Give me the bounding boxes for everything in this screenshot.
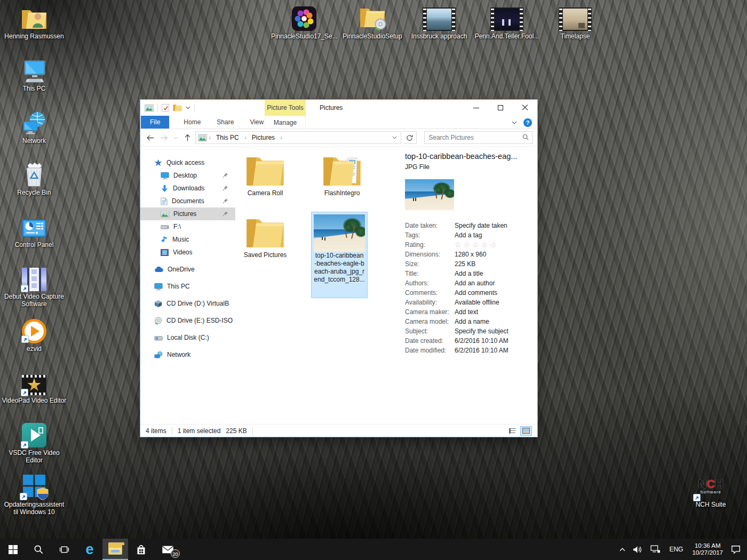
desktop-icon-pinnacle-studio[interactable]: PinnacleStudio17_Se... <box>271 3 337 40</box>
contextual-tab-picture-tools[interactable]: Picture Tools <box>265 100 306 116</box>
details-view-button[interactable] <box>506 426 518 436</box>
nav-item-documents[interactable]: Documents <box>140 195 235 207</box>
tab-home[interactable]: Home <box>176 116 209 129</box>
action-center-icon <box>731 545 741 554</box>
title-bar: Picture Tools Pictures <box>140 100 537 116</box>
refresh-button[interactable] <box>403 131 417 144</box>
shortcut-arrow-icon <box>21 285 28 292</box>
task-view-button[interactable] <box>51 539 77 560</box>
tab-file[interactable]: File <box>141 116 169 129</box>
desktop-icon-debut[interactable]: Debut Video Capture Software <box>1 263 67 308</box>
taskbar: e 20 ENG 10:36 AM 10/27/2017 <box>0 539 747 560</box>
navigation-pane: Quick access Desktop Downloads Documents <box>140 147 235 424</box>
search-box[interactable] <box>424 131 533 144</box>
ribbon-tabs: File Home Share View Manage ? <box>140 116 537 129</box>
desktop-icon-pinnacle-setup[interactable]: PinnacleStudioSetup <box>339 3 406 40</box>
nav-item-videos[interactable]: Videos <box>140 246 235 259</box>
network-tray-button[interactable] <box>647 539 664 560</box>
clock[interactable]: 10:36 AM 10/27/2017 <box>688 542 727 556</box>
nav-item-pictures[interactable]: Pictures <box>140 207 235 220</box>
ethernet-icon <box>650 545 661 554</box>
file-explorer-icon <box>108 544 122 555</box>
desktop-icon-inssbruck-video[interactable]: Inssbruck approach <box>406 3 472 40</box>
nav-item-this-pc[interactable]: This PC <box>140 280 235 293</box>
window-title: Pictures <box>320 100 343 116</box>
start-button[interactable] <box>0 539 26 560</box>
nav-item-local-disk-c[interactable]: Local Disk (C:) <box>140 331 235 344</box>
minimize-button[interactable] <box>464 100 488 116</box>
help-button[interactable]: ? <box>523 118 532 127</box>
nav-item-f-drive[interactable]: F:\ <box>140 220 235 233</box>
tab-manage[interactable]: Manage <box>265 116 306 129</box>
detail-row-size: Size: 225 KB <box>405 259 537 269</box>
taskbar-search-button[interactable] <box>26 539 51 560</box>
nav-item-cd-drive-e[interactable]: CD Drive (E:) ESD-ISO <box>140 314 235 327</box>
desktop-icon-control-panel[interactable]: Control Panel <box>1 212 67 249</box>
shortcut-arrow-icon <box>21 441 28 449</box>
new-folder-button[interactable] <box>173 104 182 111</box>
maximize-button[interactable] <box>488 100 513 116</box>
pin-icon <box>222 172 228 178</box>
show-hidden-icons-button[interactable] <box>616 539 629 560</box>
volume-button[interactable] <box>629 539 647 560</box>
desktop-icon-network[interactable]: Network <box>1 108 67 145</box>
folder-tile-flashintegro[interactable]: FlashIntegro <box>316 153 368 197</box>
list-view-icon <box>509 428 515 434</box>
language-indicator[interactable]: ENG <box>664 546 688 553</box>
taskbar-mail-button[interactable]: 20 <box>154 539 181 560</box>
up-button[interactable] <box>181 132 193 143</box>
search-icon <box>522 134 529 142</box>
forward-button[interactable] <box>158 132 170 143</box>
tab-share[interactable]: Share <box>209 116 242 129</box>
close-button[interactable] <box>513 100 537 116</box>
control-panel-icon <box>1 212 67 239</box>
taskbar-file-explorer-button[interactable] <box>102 539 128 560</box>
properties-button[interactable] <box>162 104 169 111</box>
expand-ribbon-button[interactable] <box>512 121 517 124</box>
desktop-icon-recycle-bin[interactable]: Recycle Bin <box>1 159 67 196</box>
detail-row-subject: Subject: Specify the subject <box>405 326 537 336</box>
videopad-icon <box>1 367 67 395</box>
nav-item-network[interactable]: Network <box>140 348 235 361</box>
shortcut-arrow-icon <box>693 494 701 501</box>
ezvid-icon <box>1 316 67 343</box>
desktop-icon-this-pc[interactable]: This PC <box>1 55 67 92</box>
desktop-icon-penn-teller-video[interactable]: Penn.And.Teller.Fool... <box>474 3 540 40</box>
local-disk-icon <box>154 334 163 341</box>
rating-stars-icon[interactable]: ☆☆☆☆☆ <box>455 241 499 249</box>
folder-tile-camera-roll[interactable]: Camera Roll <box>240 153 291 197</box>
nav-item-onedrive[interactable]: OneDrive <box>140 263 235 276</box>
shortcut-arrow-icon <box>20 493 27 500</box>
address-bar: This PC Pictures <box>140 129 537 147</box>
breadcrumb-this-pc[interactable]: This PC <box>212 132 243 143</box>
detail-row-camera-model: Camera model: Add a name <box>405 317 537 326</box>
desktop-icon-nch-suite[interactable]: NCH Software NCH Suite <box>678 471 744 508</box>
address-field[interactable]: This PC Pictures <box>195 131 401 144</box>
nav-item-quick-access[interactable]: Quick access <box>140 156 235 169</box>
breadcrumb-pictures[interactable]: Pictures <box>248 132 279 143</box>
desktop-icon-videopad[interactable]: VideoPad Video Editor <box>1 367 67 404</box>
search-input[interactable] <box>428 134 522 141</box>
nav-item-downloads[interactable]: Downloads <box>140 182 235 195</box>
desktop-icon-ezvid[interactable]: ezvid <box>1 316 67 353</box>
recent-locations-button[interactable] <box>172 132 179 143</box>
detail-row-camera-maker: Camera maker: Add text <box>405 307 537 317</box>
back-button[interactable] <box>145 132 156 143</box>
customize-qat-button[interactable] <box>186 106 190 109</box>
desktop-icon-vsdc[interactable]: VSDC Free Video Editor <box>1 420 67 464</box>
nav-item-music[interactable]: Music <box>140 233 235 246</box>
desktop-icon-user-folder[interactable]: Henning Rasmussen <box>1 3 67 40</box>
nav-item-desktop[interactable]: Desktop <box>140 169 235 182</box>
file-tile-selected-image[interactable]: top-10-caribbean -beaches-eagle-b each-a… <box>311 212 368 298</box>
setup-folder-icon <box>339 3 406 31</box>
taskbar-store-button[interactable] <box>128 539 154 560</box>
address-dropdown-button[interactable] <box>389 136 401 139</box>
nav-item-cd-drive-d[interactable]: CD Drive (D:) VirtualB <box>140 297 235 310</box>
action-center-button[interactable] <box>727 539 747 560</box>
taskbar-edge-button[interactable]: e <box>77 539 102 560</box>
desktop-icon-update-assistant[interactable]: Opdateringsassistent til Windows 10 <box>1 471 67 516</box>
folder-icon <box>240 215 291 249</box>
desktop-icon-timelapse-video[interactable]: Timelapse <box>542 3 608 40</box>
folder-tile-saved-pictures[interactable]: Saved Pictures <box>240 215 291 259</box>
thumbnail-view-button[interactable] <box>520 426 532 436</box>
